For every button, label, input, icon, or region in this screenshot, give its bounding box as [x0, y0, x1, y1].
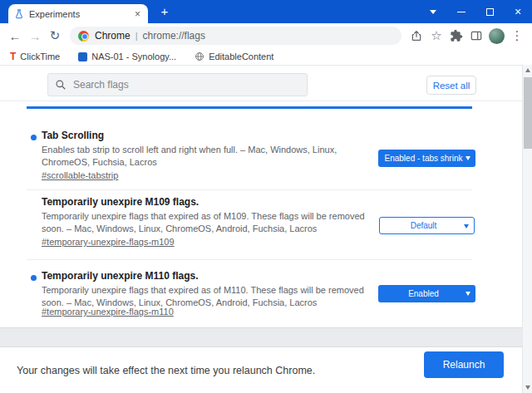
- modified-flag-dot: [31, 135, 37, 140]
- search-flags-input[interactable]: [73, 79, 300, 91]
- bookmark-nas01[interactable]: NAS-01 - Synology...: [78, 52, 176, 61]
- side-panel-button[interactable]: [466, 26, 486, 46]
- chevron-down-icon: [464, 224, 469, 228]
- share-icon: [410, 29, 423, 42]
- tab-search-chevron-icon[interactable]: [419, 0, 447, 23]
- experiments-flask-icon: [14, 9, 24, 19]
- scroll-down-arrow[interactable]: [523, 382, 532, 393]
- flag-permalink[interactable]: #temporary-unexpire-flags-m110: [42, 307, 174, 317]
- flag-select-unexpire-m109[interactable]: Default: [379, 217, 475, 234]
- window-controls: ×: [419, 0, 532, 23]
- select-value: Enabled - tabs shrink: [383, 154, 463, 163]
- search-flags-box: [47, 73, 308, 96]
- close-window-button[interactable]: ×: [504, 0, 532, 23]
- bookmark-label: ClickTime: [20, 52, 60, 61]
- flag-permalink[interactable]: #scrollable-tabstrip: [42, 170, 118, 180]
- maximize-icon: [486, 8, 494, 16]
- bookmark-label: NAS-01 - Synology...: [91, 52, 176, 61]
- extensions-button[interactable]: [446, 26, 466, 46]
- side-panel-icon: [470, 29, 483, 42]
- reset-all-button[interactable]: Reset all: [426, 76, 476, 95]
- scrollbar-thumb[interactable]: [524, 77, 532, 149]
- entry-divider: [27, 189, 472, 190]
- bookmark-editablecontent[interactable]: EditableContent: [195, 52, 273, 61]
- relaunch-button[interactable]: Relaunch: [424, 351, 504, 378]
- maximize-button[interactable]: [475, 0, 504, 23]
- new-tab-button[interactable]: +: [156, 3, 173, 20]
- tab-close-icon[interactable]: ×: [133, 9, 142, 19]
- flag-description: Temporarily unexpire flags that expired …: [42, 284, 382, 309]
- flag-permalink[interactable]: #temporary-unexpire-flags-m109: [42, 237, 175, 247]
- reload-button[interactable]: ↻: [45, 26, 65, 46]
- search-icon: [55, 79, 66, 91]
- url-text: chrome://flags: [143, 30, 205, 42]
- puzzle-icon: [450, 29, 463, 42]
- available-tab-underline: [27, 106, 472, 109]
- flag-title: Tab Scrolling: [42, 130, 104, 141]
- flag-title: Temporarily unexpire M109 flags.: [42, 196, 199, 208]
- triangle-down-icon: [525, 386, 530, 392]
- address-bar[interactable]: Chrome | chrome://flags: [70, 27, 401, 45]
- select-value: Enabled: [406, 289, 439, 298]
- page-scrollbar[interactable]: [522, 65, 532, 393]
- browser-tab-experiments[interactable]: Experiments ×: [8, 4, 148, 23]
- triangle-up-icon: [525, 66, 530, 72]
- bookmark-clicktime[interactable]: T ClickTime: [10, 52, 60, 61]
- globe-icon: [195, 52, 204, 61]
- flag-select-unexpire-m110[interactable]: Enabled: [378, 285, 475, 302]
- bookmarks-bar: T ClickTime NAS-01 - Synology... Editabl…: [0, 48, 532, 66]
- bookmark-label: EditableContent: [209, 52, 273, 61]
- modified-flag-dot: [31, 275, 37, 281]
- select-value: Default: [409, 221, 437, 230]
- bookmark-button[interactable]: ☆: [426, 26, 446, 46]
- titlebar: Experiments × + ×: [0, 0, 532, 23]
- header-divider: [0, 101, 522, 101]
- chevron-down-icon: [466, 156, 470, 160]
- flag-description: Enables tab strip to scroll left and rig…: [42, 144, 382, 169]
- profile-avatar[interactable]: [489, 28, 505, 44]
- flag-select-tab-scrolling[interactable]: Enabled - tabs shrink: [378, 150, 475, 167]
- toolbar: ← → ↻ Chrome | chrome://flags ☆ ⋮: [0, 23, 532, 48]
- flag-title: Temporarily unexpire M110 flags.: [42, 270, 199, 282]
- scroll-up-arrow[interactable]: [523, 65, 532, 76]
- clicktime-favicon: T: [10, 52, 16, 61]
- chevron-down-icon: [430, 10, 436, 17]
- minimize-button[interactable]: [447, 0, 475, 23]
- chevron-down-icon: [466, 292, 470, 296]
- share-button[interactable]: [406, 26, 426, 46]
- forward-button[interactable]: →: [25, 26, 45, 46]
- url-separator: |: [135, 31, 138, 41]
- entry-divider: [27, 259, 472, 260]
- browser-window: Experiments × + × ← → ↻ Chrome | chrome:…: [0, 0, 532, 393]
- back-button[interactable]: ←: [5, 26, 25, 46]
- flag-description: Temporarily unexpire flags that expired …: [42, 210, 382, 235]
- relaunch-message: Your changes will take effect the next t…: [17, 365, 315, 376]
- page-background-strip: [0, 327, 522, 346]
- tab-title: Experiments: [29, 9, 133, 19]
- site-label: Chrome: [95, 30, 131, 42]
- menu-button[interactable]: ⋮: [507, 26, 527, 46]
- minimize-icon: [457, 12, 466, 12]
- synology-favicon: [78, 52, 87, 61]
- chrome-logo-icon: [78, 31, 89, 42]
